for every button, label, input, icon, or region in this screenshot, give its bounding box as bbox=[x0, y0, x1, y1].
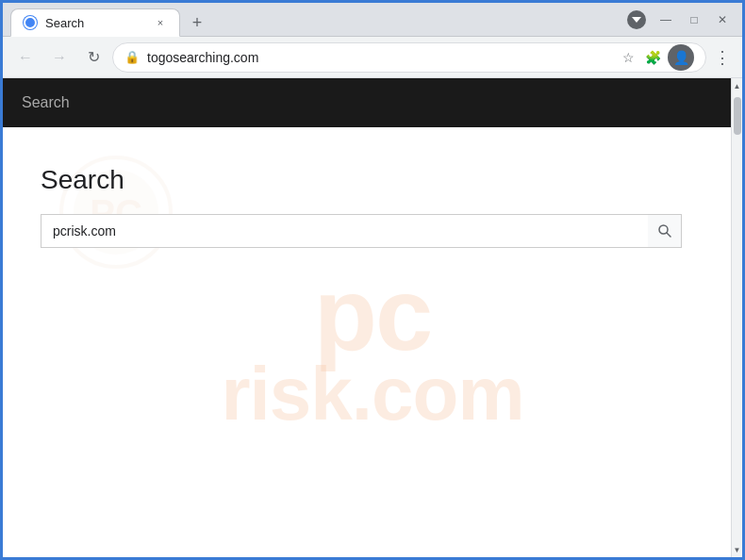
tab-dropdown-icon[interactable] bbox=[627, 10, 646, 29]
nav-bar: ← → ↻ 🔒 togosearching.com ☆ 🧩 👤 ⋮ bbox=[3, 37, 742, 78]
address-bar[interactable]: 🔒 togosearching.com ☆ 🧩 👤 bbox=[112, 42, 706, 73]
tab-favicon-icon bbox=[23, 15, 38, 30]
reload-button[interactable]: ↻ bbox=[78, 42, 108, 73]
browser-window: Search × + — □ ✕ ← → ↻ 🔒 togosearching.c… bbox=[3, 3, 742, 557]
address-actions: ☆ 🧩 👤 bbox=[619, 44, 694, 71]
tab-title: Search bbox=[45, 16, 84, 30]
svg-line-4 bbox=[667, 233, 670, 237]
forward-button[interactable]: → bbox=[44, 42, 74, 73]
site-header: Search bbox=[3, 78, 742, 127]
title-bar: Search × + — □ ✕ bbox=[3, 3, 742, 37]
scrollbar: ▲ ▼ bbox=[731, 78, 742, 557]
tab-area: Search × + bbox=[10, 3, 623, 36]
profile-icon[interactable]: 👤 bbox=[668, 44, 694, 71]
tab-close-button[interactable]: × bbox=[153, 15, 168, 30]
scrollbar-down-button[interactable]: ▼ bbox=[732, 542, 743, 557]
close-button[interactable]: ✕ bbox=[710, 8, 735, 32]
search-button[interactable] bbox=[648, 214, 682, 248]
lock-icon: 🔒 bbox=[124, 50, 140, 64]
scrollbar-up-button[interactable]: ▲ bbox=[732, 78, 743, 93]
minimize-button[interactable]: — bbox=[654, 8, 678, 32]
site-header-title: Search bbox=[22, 94, 70, 111]
watermark-top-text: pc bbox=[314, 262, 431, 366]
scrollbar-thumb[interactable] bbox=[734, 97, 741, 135]
extensions-icon[interactable]: 🧩 bbox=[643, 48, 662, 67]
search-box-container bbox=[41, 214, 682, 248]
back-button[interactable]: ← bbox=[10, 42, 41, 73]
page-title: Search bbox=[41, 165, 704, 195]
page-content: Search PC pc risk.com Search bbox=[3, 78, 742, 557]
window-controls: — □ ✕ bbox=[654, 8, 735, 32]
bookmark-icon[interactable]: ☆ bbox=[619, 48, 637, 67]
main-area: PC pc risk.com Search bbox=[3, 127, 742, 557]
new-tab-button[interactable]: + bbox=[184, 9, 210, 36]
browser-menu-button[interactable]: ⋮ bbox=[710, 47, 735, 68]
address-text: togosearching.com bbox=[147, 50, 611, 65]
search-icon bbox=[658, 224, 671, 238]
active-tab[interactable]: Search × bbox=[10, 8, 180, 37]
search-input[interactable] bbox=[41, 214, 682, 248]
watermark-bottom-text: risk.com bbox=[221, 356, 523, 432]
maximize-button[interactable]: □ bbox=[682, 8, 706, 32]
